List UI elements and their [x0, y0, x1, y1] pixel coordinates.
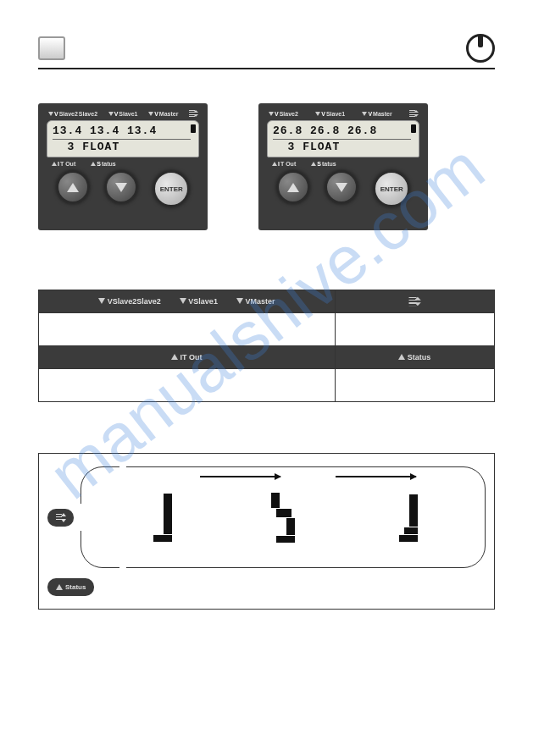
lcd-scrollbar — [191, 124, 196, 145]
up-button[interactable] — [276, 170, 310, 204]
menu-scroll-icon — [189, 110, 197, 117]
menu-scroll-icon — [409, 110, 418, 117]
down-button[interactable] — [325, 170, 358, 204]
table-cell — [39, 313, 336, 346]
indicator-table: VSlave2Slave2 VSlave1 VMaster IT Out Sta… — [38, 290, 495, 402]
th-itout: IT Out — [46, 353, 328, 361]
arrow-icon — [336, 476, 416, 477]
lcd-scrollbar — [411, 124, 416, 145]
triangle-down-icon — [115, 183, 127, 192]
menu-scroll-icon — [56, 514, 65, 521]
enter-button[interactable]: ENTER — [373, 170, 410, 207]
label-itout: IT Out — [52, 161, 75, 167]
triangle-down-icon — [336, 183, 347, 192]
th-voltage-headers: VSlave2Slave2 VSlave1 VMaster — [46, 297, 328, 306]
lcd-display: 13.4 13.4 13.4 3 FLOAT — [47, 120, 199, 157]
menu-pill — [47, 509, 74, 527]
label-vslave1: VSlave1 — [108, 111, 138, 117]
down-button[interactable] — [104, 170, 138, 204]
device-panel-24v: VSlave2 VSlave1 VMaster 26.8 26.8 26.8 3… — [258, 103, 428, 230]
table-cell — [39, 369, 336, 402]
table-cell — [335, 369, 494, 402]
charge-stage-diagram: Status — [38, 453, 495, 610]
document-icon — [38, 36, 65, 60]
device-panel-12v: VSlave2Slave2 VSlave1 VMaster 13.4 13.4 … — [38, 103, 208, 230]
label-vmaster: VMaster — [362, 111, 391, 117]
lcd-line-2: 3 FLOAT — [53, 141, 193, 153]
triangle-up-icon — [56, 584, 63, 590]
device-panels-row: VSlave2Slave2 VSlave1 VMaster 13.4 13.4 … — [38, 103, 495, 230]
triangle-up-icon — [67, 183, 79, 192]
label-status: Status — [91, 161, 115, 167]
label-vslave2: VSlave2 — [269, 111, 298, 117]
label-status: Status — [311, 161, 336, 167]
status-pill: Status — [47, 578, 94, 596]
arrow-icon — [200, 476, 280, 477]
th-menu-header — [342, 298, 487, 305]
status-label: tatus — [69, 583, 86, 591]
enter-button[interactable]: ENTER — [153, 170, 190, 207]
lcd-line-2: 3 FLOAT — [273, 141, 414, 153]
label-itout: IT Out — [272, 161, 296, 167]
table-cell — [335, 313, 494, 346]
stage-2-icon — [271, 492, 295, 543]
label-vslave1: VSlave1 — [315, 111, 345, 117]
lcd-line-1: 13.4 13.4 13.4 — [53, 124, 193, 137]
label-vmaster: VMaster — [148, 111, 178, 117]
lcd-line-1: 26.8 26.8 26.8 — [273, 124, 414, 137]
th-status: Status — [342, 353, 487, 361]
label-vslave2: VSlave2Slave2 — [48, 111, 97, 117]
up-button[interactable] — [56, 170, 90, 204]
stage-1-icon — [148, 493, 172, 542]
stage-3-icon — [394, 494, 418, 542]
flow-loop — [81, 466, 486, 568]
page-header — [38, 34, 495, 69]
lcd-display: 26.8 26.8 26.8 3 FLOAT — [267, 120, 419, 157]
brand-logo-icon — [466, 34, 495, 63]
triangle-up-icon — [287, 183, 299, 192]
